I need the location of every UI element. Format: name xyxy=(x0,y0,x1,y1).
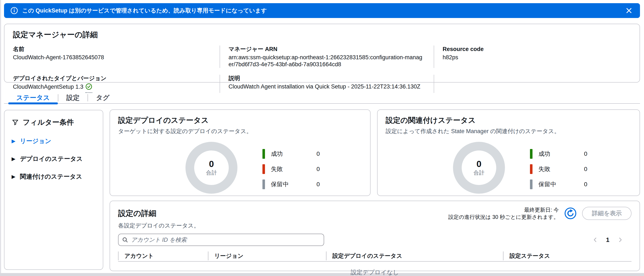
field-description-value: CloudWatch Agent installation via Quick … xyxy=(228,83,424,90)
status-check-trigger[interactable] xyxy=(86,83,92,93)
config-details-card: 設定の詳細 最終更新日: 今 設定の進行状況は 30 秒ごとに更新されます。 詳… xyxy=(110,201,640,271)
current-page-number[interactable]: 1 xyxy=(606,236,610,243)
field-resource-code: Resource code h82ps xyxy=(434,45,631,68)
check-circle-icon xyxy=(86,83,92,90)
chevron-right-icon xyxy=(618,237,623,243)
legend-item-failed: 失敗 0 xyxy=(530,164,588,174)
filter-panel: フィルター条件 ▶ リージョン ▶ デプロイのステータス ▶ 関連付けのステータ… xyxy=(4,110,103,270)
legend-swatch-pending xyxy=(262,179,265,189)
chevron-right-icon: ▶ xyxy=(12,174,15,179)
field-arn-value: arn:aws:ssm-quicksetup:ap-northeast-1:26… xyxy=(228,54,424,68)
next-page-button[interactable] xyxy=(618,237,623,243)
field-deployed-type: デプロイされたタイプとバージョン CloudWatchAgentSetup 1.… xyxy=(13,75,220,93)
chevron-left-icon xyxy=(592,237,598,243)
legend-item-success: 成功 0 xyxy=(530,149,588,159)
field-type-label: デプロイされたタイプとバージョン xyxy=(13,75,210,82)
refresh-icon xyxy=(564,207,576,220)
field-resource-code-label: Resource code xyxy=(442,45,622,53)
filter-item-region[interactable]: ▶ リージョン xyxy=(12,137,51,145)
column-header-account[interactable]: アカウント xyxy=(118,252,208,260)
field-empty xyxy=(434,75,631,93)
field-resource-code-value: h82ps xyxy=(442,54,622,61)
field-manager-arn: マネージャー ARN arn:aws:ssm-quicksetup:ap-nor… xyxy=(220,45,434,68)
config-details-title: 設定の詳細 xyxy=(118,208,156,219)
legend-item-pending: 保留中 0 xyxy=(262,179,320,189)
deploy-status-subtitle: ターゲットに対する設定のデプロイのステータス。 xyxy=(118,128,362,135)
field-name-value: CloudWatch-Agent-1763852645078 xyxy=(13,54,210,61)
filter-item-deploy-status[interactable]: ▶ デプロイのステータス xyxy=(12,155,83,163)
association-status-title: 設定の関連付けステータス xyxy=(386,115,632,125)
refresh-button[interactable] xyxy=(564,207,576,220)
tab-bar: ステータス 設定 タグ xyxy=(4,92,640,104)
deploy-status-donut-chart: 0 合計 xyxy=(186,142,238,194)
column-header-config-status[interactable]: 設定ステータス xyxy=(503,252,632,260)
pagination: 1 xyxy=(592,236,623,243)
legend-swatch-success xyxy=(530,149,532,159)
deploy-status-legend: 成功 0 失敗 0 保留中 0 xyxy=(262,149,320,195)
donut-total: 0 xyxy=(206,159,217,168)
field-description: 説明 CloudWatch Agent installation via Qui… xyxy=(220,75,434,93)
info-icon xyxy=(10,7,18,14)
association-status-legend: 成功 0 失敗 0 保留中 0 xyxy=(530,149,588,195)
table-header-row: アカウント リージョン 設定デプロイのステータス 設定ステータス xyxy=(118,251,632,262)
left-edge-divider xyxy=(0,0,1,274)
legend-item-pending: 保留中 0 xyxy=(530,179,588,189)
details-panel-title: 設定マネージャーの詳細 xyxy=(13,30,631,40)
donut-total: 0 xyxy=(474,159,484,168)
last-updated-text: 最終更新日: 今 xyxy=(448,206,559,213)
prev-page-button[interactable] xyxy=(592,237,598,243)
readonly-info-banner: この QuickSetup は別のサービスで管理されているため、読み取り専用モー… xyxy=(4,3,640,18)
association-status-donut-chart: 0 合計 xyxy=(453,142,505,194)
view-details-button[interactable]: 詳細を表示 xyxy=(582,207,632,220)
update-info: 最終更新日: 今 設定の進行状況は 30 秒ごとに更新されます。 xyxy=(448,206,559,221)
deploy-status-card: 設定デプロイのステータス ターゲットに対する設定のデプロイのステータス。 0 合… xyxy=(110,109,370,196)
legend-swatch-failed xyxy=(262,164,265,174)
funnel-icon xyxy=(12,119,19,126)
field-name-label: 名前 xyxy=(13,45,210,53)
donut-total-label: 合計 xyxy=(206,169,217,176)
column-header-region[interactable]: リージョン xyxy=(208,252,326,260)
donut-total-label: 合計 xyxy=(474,169,484,176)
legend-item-success: 成功 0 xyxy=(262,149,320,159)
legend-item-failed: 失敗 0 xyxy=(262,164,320,174)
tab-tags[interactable]: タグ xyxy=(88,92,118,103)
filter-item-association-status[interactable]: ▶ 関連付けのステータス xyxy=(12,172,82,181)
close-icon[interactable] xyxy=(624,6,634,15)
table-empty-state: 設定デプロイなし xyxy=(118,262,632,276)
association-status-subtitle: 設定によって作成された State Manager の関連付けのステータス。 xyxy=(386,128,632,135)
account-search-input[interactable] xyxy=(118,234,324,246)
legend-swatch-pending xyxy=(530,179,532,189)
field-type-value: CloudWatchAgentSetup 1.3 xyxy=(13,83,210,93)
legend-swatch-failed xyxy=(530,164,532,174)
account-search xyxy=(118,234,324,246)
deploy-status-title: 設定デプロイのステータス xyxy=(118,115,362,125)
filter-panel-title: フィルター条件 xyxy=(23,118,74,127)
chevron-right-icon: ▶ xyxy=(12,156,15,162)
deployments-table: アカウント リージョン 設定デプロイのステータス 設定ステータス 設定デプロイな… xyxy=(118,251,632,276)
field-name: 名前 CloudWatch-Agent-1763852645078 xyxy=(13,45,220,68)
tab-settings[interactable]: 設定 xyxy=(58,92,88,103)
banner-message: この QuickSetup は別のサービスで管理されているため、読み取り専用モー… xyxy=(22,7,267,14)
field-description-label: 説明 xyxy=(228,75,424,82)
column-header-deploy-status[interactable]: 設定デプロイのステータス xyxy=(326,252,503,260)
tab-status[interactable]: ステータス xyxy=(8,92,58,103)
association-status-card: 設定の関連付けステータス 設定によって作成された State Manager の… xyxy=(377,109,640,196)
refresh-note-text: 設定の進行状況は 30 秒ごとに更新されます。 xyxy=(448,213,559,221)
chevron-right-icon: ▶ xyxy=(12,138,15,144)
field-arn-label: マネージャー ARN xyxy=(228,45,424,53)
legend-swatch-success xyxy=(262,149,265,159)
config-details-subtitle: 各設定デプロイのステータス。 xyxy=(118,222,632,229)
config-manager-details-panel: 設定マネージャーの詳細 名前 CloudWatch-Agent-17638526… xyxy=(4,24,640,83)
search-icon xyxy=(122,237,128,244)
